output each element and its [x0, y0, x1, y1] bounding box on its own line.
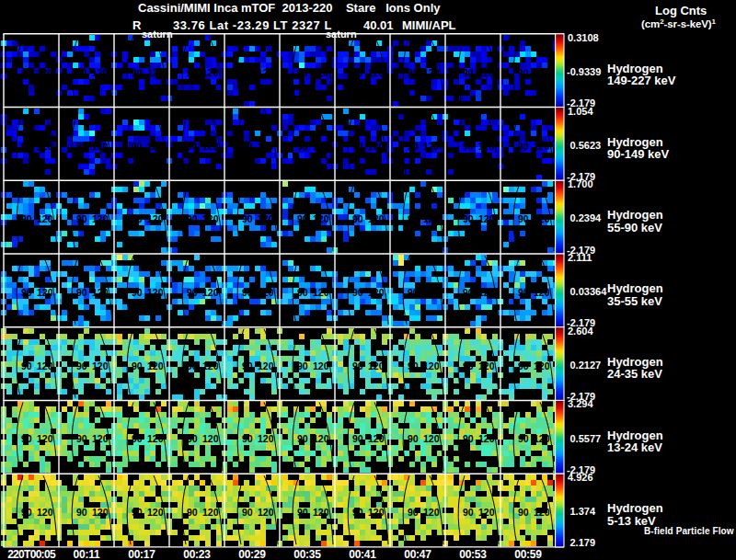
svg-text:90: 90 [21, 67, 32, 78]
svg-text:90: 90 [408, 507, 419, 518]
svg-text:120: 120 [534, 213, 550, 224]
svg-text:90: 90 [242, 67, 253, 78]
svg-text:120: 120 [147, 287, 164, 298]
svg-text:90: 90 [408, 433, 419, 444]
svg-text:120: 120 [423, 213, 440, 224]
svg-text:120: 120 [368, 141, 385, 152]
svg-text:120: 120 [534, 141, 550, 152]
svg-text:120: 120 [478, 141, 495, 152]
svg-text:120: 120 [258, 213, 274, 224]
svg-text:90: 90 [463, 67, 474, 78]
svg-text:120: 120 [258, 141, 274, 152]
svg-text:90: 90 [187, 360, 198, 371]
svg-text:120: 120 [258, 67, 274, 78]
svg-text:120: 120 [368, 360, 385, 371]
svg-text:120: 120 [313, 360, 329, 371]
svg-text:120: 120 [313, 507, 329, 518]
svg-text:120: 120 [202, 433, 219, 444]
svg-text:120: 120 [258, 287, 274, 298]
svg-text:90: 90 [352, 213, 363, 224]
svg-text:120: 120 [478, 213, 495, 224]
svg-text:90: 90 [297, 67, 308, 78]
svg-text:120: 120 [313, 433, 329, 444]
svg-text:90: 90 [21, 213, 32, 224]
svg-text:90: 90 [352, 433, 363, 444]
svg-text:120: 120 [92, 507, 109, 518]
svg-text:120: 120 [37, 360, 53, 371]
svg-text:120: 120 [37, 287, 53, 298]
svg-text:120: 120 [478, 360, 495, 371]
svg-text:90: 90 [76, 213, 87, 224]
svg-text:120: 120 [478, 507, 495, 518]
svg-text:120: 120 [534, 67, 550, 78]
svg-text:120: 120 [423, 141, 440, 152]
svg-text:90: 90 [463, 360, 474, 371]
svg-text:90: 90 [297, 360, 308, 371]
svg-text:120: 120 [147, 141, 164, 152]
svg-text:90: 90 [297, 433, 308, 444]
svg-text:120: 120 [92, 360, 109, 371]
svg-text:90: 90 [132, 141, 143, 152]
svg-text:90: 90 [297, 213, 308, 224]
svg-text:120: 120 [37, 507, 53, 518]
svg-text:90: 90 [518, 507, 529, 518]
svg-text:90: 90 [187, 433, 198, 444]
svg-text:120: 120 [202, 67, 219, 78]
svg-text:120: 120 [37, 141, 53, 152]
svg-text:120: 120 [368, 507, 385, 518]
svg-text:120: 120 [423, 507, 440, 518]
svg-text:90: 90 [463, 507, 474, 518]
svg-text:120: 120 [37, 433, 53, 444]
svg-text:90: 90 [187, 67, 198, 78]
svg-text:90: 90 [76, 433, 87, 444]
svg-text:90: 90 [76, 287, 87, 298]
svg-text:120: 120 [423, 433, 440, 444]
svg-text:120: 120 [202, 213, 219, 224]
svg-text:120: 120 [37, 213, 53, 224]
svg-text:120: 120 [368, 67, 385, 78]
svg-text:90: 90 [518, 433, 529, 444]
svg-text:120: 120 [313, 213, 329, 224]
svg-text:90: 90 [518, 213, 529, 224]
svg-text:120: 120 [313, 67, 329, 78]
svg-text:120: 120 [258, 360, 274, 371]
svg-text:90: 90 [352, 67, 363, 78]
svg-text:90: 90 [76, 360, 87, 371]
svg-text:90: 90 [518, 141, 529, 152]
svg-text:120: 120 [534, 433, 550, 444]
svg-text:90: 90 [408, 67, 419, 78]
svg-text:120: 120 [534, 360, 550, 371]
svg-text:120: 120 [202, 507, 219, 518]
svg-text:120: 120 [37, 67, 53, 78]
svg-text:90: 90 [242, 141, 253, 152]
svg-text:90: 90 [408, 141, 419, 152]
svg-text:90: 90 [132, 433, 143, 444]
svg-text:120: 120 [534, 287, 550, 298]
svg-text:90: 90 [187, 287, 198, 298]
svg-text:90: 90 [242, 287, 253, 298]
svg-text:90: 90 [408, 213, 419, 224]
svg-text:90: 90 [242, 507, 253, 518]
svg-text:90: 90 [187, 507, 198, 518]
svg-text:90: 90 [352, 360, 363, 371]
svg-text:120: 120 [313, 287, 329, 298]
svg-text:120: 120 [368, 213, 385, 224]
svg-text:90: 90 [132, 287, 143, 298]
svg-text:120: 120 [478, 287, 495, 298]
svg-text:120: 120 [147, 213, 164, 224]
svg-text:90: 90 [132, 213, 143, 224]
svg-text:90: 90 [297, 287, 308, 298]
svg-text:90: 90 [187, 141, 198, 152]
svg-text:120: 120 [147, 67, 164, 78]
svg-text:120: 120 [368, 287, 385, 298]
svg-text:120: 120 [147, 433, 164, 444]
svg-text:120: 120 [478, 433, 495, 444]
svg-text:90: 90 [21, 507, 32, 518]
svg-text:120: 120 [423, 360, 440, 371]
svg-text:120: 120 [368, 433, 385, 444]
svg-text:120: 120 [258, 507, 274, 518]
svg-text:90: 90 [76, 507, 87, 518]
svg-text:90: 90 [242, 433, 253, 444]
svg-text:90: 90 [242, 213, 253, 224]
svg-text:90: 90 [21, 287, 32, 298]
